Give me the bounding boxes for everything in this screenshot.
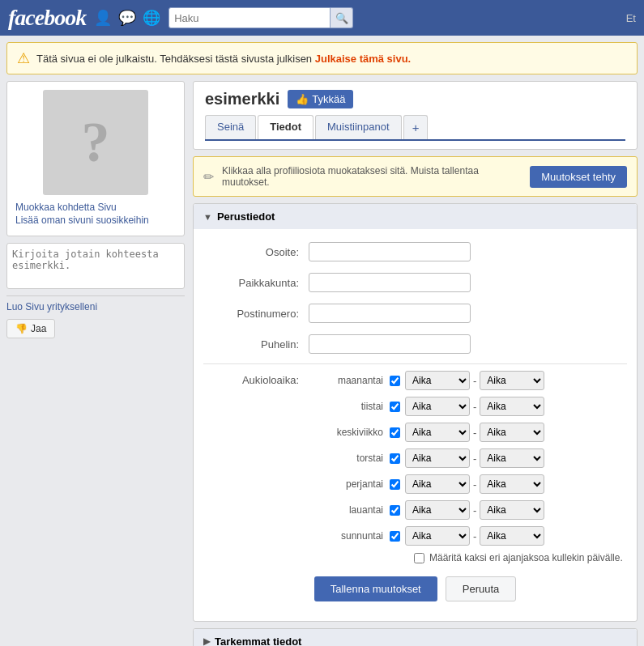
puhelin-label: Puhelin: (203, 338, 309, 351)
perjantai-start[interactable]: Aika (405, 474, 470, 494)
create-page-link[interactable]: Luo Sivu yritykselleni (6, 301, 185, 312)
cancel-button[interactable]: Peruuta (446, 576, 517, 601)
torstai-end[interactable]: Aika (480, 448, 544, 468)
lauantai-checkbox[interactable] (390, 505, 400, 516)
puhelin-input[interactable] (309, 334, 471, 354)
done-button[interactable]: Muutokset tehty (530, 166, 627, 188)
top-navigation: facebook 👤 💬 🌐 🔍 Et (0, 0, 644, 36)
torstai-label: torstai (309, 453, 390, 464)
sidebar-textarea-wrap (6, 243, 185, 289)
perjantai-end[interactable]: Aika (480, 474, 544, 494)
sunnuntai-label: sunnuntai (309, 530, 390, 542)
aukioloaika-label: Aukioloaika: (203, 371, 309, 386)
triangle-icon: ▼ (203, 212, 212, 222)
tab-muistiinpanot[interactable]: Muistiinpanot (315, 115, 402, 139)
warning-icon: ⚠ (17, 49, 30, 67)
pencil-icon: ✏ (203, 169, 214, 185)
share-button[interactable]: 👎 Jaa (6, 319, 55, 338)
lauantai-row: lauantai Aika - Aika (309, 500, 627, 520)
search-button[interactable]: 🔍 (331, 7, 353, 28)
dash-6: - (473, 504, 476, 516)
osoite-row: Osoite: (203, 240, 627, 263)
save-button[interactable]: Tallenna muutokset (314, 576, 437, 601)
tarkemmat-tiedot-header[interactable]: ▶ Tarkemmat tiedot (194, 629, 637, 646)
profile-name: esimerkki (205, 90, 279, 108)
tab-seina[interactable]: Seinä (205, 115, 256, 139)
maanantai-end[interactable]: Aika (480, 371, 544, 390)
perjantai-checkbox[interactable] (390, 479, 400, 490)
paikkakunta-input[interactable] (309, 273, 471, 292)
postinumero-row: Postinumero: (203, 302, 627, 325)
puhelin-row: Puhelin: (203, 333, 627, 355)
keskiviikko-end[interactable]: Aika (480, 423, 544, 442)
person-icon[interactable]: 👤 (94, 9, 112, 27)
tarkemmat-tiedot-section: ▶ Tarkemmat tiedot (193, 628, 638, 646)
lauantai-end[interactable]: Aika (480, 500, 544, 520)
chat-icon[interactable]: 💬 (118, 9, 136, 27)
tiistai-start[interactable]: Aika (405, 397, 470, 416)
sunnuntai-end[interactable]: Aika (480, 526, 544, 546)
maanantai-start[interactable]: Aika (405, 371, 470, 390)
sunnuntai-row: sunnuntai Aika - Aika (309, 526, 627, 546)
add-favorite-link[interactable]: Lisää oman sivuni suosikkeihin (15, 215, 176, 226)
dash-1: - (473, 375, 476, 387)
tarkemmat-tiedot-title: Tarkemmat tiedot (215, 635, 301, 646)
dash-7: - (473, 530, 476, 542)
osoite-label: Osoite: (203, 246, 309, 258)
aukioloaika-row: Aukioloaika: maanantai Aika - Aika (203, 371, 627, 563)
tab-plus[interactable]: + (403, 115, 429, 139)
perjantai-row: perjantai Aika - Aika (309, 474, 627, 494)
torstai-checkbox[interactable] (390, 453, 400, 464)
avatar: ? (43, 90, 148, 195)
osoite-input[interactable] (309, 242, 471, 261)
postinumero-input[interactable] (309, 304, 471, 323)
edit-page-link[interactable]: Muokkaa kohdetta Sivu (15, 202, 176, 213)
content-area: esimerkki 👍 Tykkää Seinä Tiedot Muistiin… (193, 81, 638, 646)
nav-icons: 👤 💬 🌐 (94, 9, 160, 27)
thumbs-up-icon: 👍 (296, 93, 309, 105)
right-nav-text: Et (626, 12, 636, 24)
lauantai-label: lauantai (309, 504, 390, 516)
keskiviikko-checkbox[interactable] (390, 427, 400, 438)
perustiedot-body: Osoite: Paikkakunta: Postinumero: Puheli… (194, 229, 637, 621)
keskiviikko-row: keskiviikko Aika - Aika (309, 423, 627, 442)
avatar-box: ? Muokkaa kohdetta Sivu Lisää oman sivun… (6, 81, 185, 236)
avatar-placeholder: ? (82, 110, 110, 175)
info-banner: ✏ Klikkaa alla profiiliosiota muokatakse… (193, 156, 638, 197)
dash-5: - (473, 478, 476, 491)
dash-2: - (473, 401, 476, 413)
tiistai-label: tiistai (309, 401, 390, 412)
perustiedot-header[interactable]: ▼ Perustiedot (194, 204, 637, 229)
double-hours-label: Määritä kaksi eri ajanjaksoa kullekin pä… (429, 552, 623, 563)
double-hours-checkbox[interactable] (414, 553, 424, 563)
sidebar-textarea[interactable] (12, 249, 179, 281)
tab-tiedot[interactable]: Tiedot (258, 115, 313, 139)
warning-banner: ⚠ Tätä sivua ei ole julkaistu. Tehdäkses… (6, 42, 638, 74)
dash-3: - (473, 427, 476, 439)
like-button[interactable]: 👍 Tykkää (288, 90, 353, 108)
thumbs-down-icon: 👎 (15, 323, 28, 334)
torstai-start[interactable]: Aika (405, 448, 470, 468)
profile-tabs: Seinä Tiedot Muistiinpanot + (205, 115, 625, 141)
profile-name-row: esimerkki 👍 Tykkää (205, 90, 625, 108)
info-banner-text: Klikkaa alla profiiliosiota muokataksesi… (222, 165, 522, 188)
sidebar-divider (6, 295, 185, 296)
warning-text: Tätä sivua ei ole julkaistu. Tehdäksesi … (36, 53, 411, 65)
sunnuntai-start[interactable]: Aika (405, 526, 470, 546)
search-input[interactable] (168, 7, 331, 28)
maanantai-checkbox[interactable] (390, 376, 400, 386)
keskiviikko-start[interactable]: Aika (405, 423, 470, 442)
triangle-icon-2: ▶ (203, 636, 210, 646)
publish-link[interactable]: Julkaise tämä sivu. (315, 53, 412, 65)
search-wrap: 🔍 (168, 7, 353, 28)
paikkakunta-label: Paikkakunta: (203, 277, 309, 289)
lauantai-start[interactable]: Aika (405, 500, 470, 520)
sidebar: ? Muokkaa kohdetta Sivu Lisää oman sivun… (6, 81, 185, 646)
globe-icon[interactable]: 🌐 (143, 9, 160, 27)
sunnuntai-checkbox[interactable] (390, 531, 400, 542)
perjantai-label: perjantai (309, 478, 390, 490)
tiistai-end[interactable]: Aika (480, 397, 544, 416)
tiistai-checkbox[interactable] (390, 402, 400, 412)
paikkakunta-row: Paikkakunta: (203, 271, 627, 294)
keskiviikko-label: keskiviikko (309, 427, 390, 438)
